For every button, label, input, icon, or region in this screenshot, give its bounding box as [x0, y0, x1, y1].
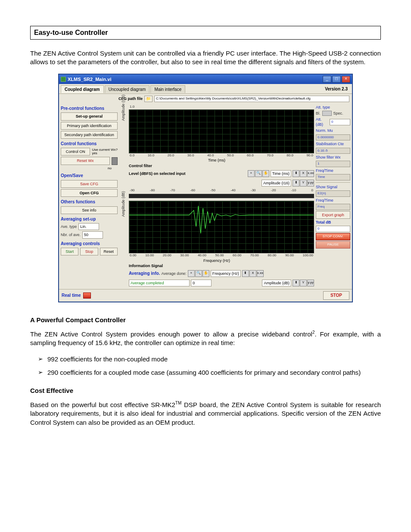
- chart1-title: Control filter: [129, 163, 314, 168]
- secondary-path-button[interactable]: Secondary path identification: [61, 131, 118, 139]
- left-panel: Pre-control functions Set-up general Pri…: [61, 105, 118, 287]
- save-cfg-button[interactable]: Save CFG: [61, 180, 118, 188]
- average-completed-field: Average completed: [129, 280, 190, 286]
- chart3-ylabel: Amplitude (dB): [121, 191, 126, 217]
- att-type-slider[interactable]: [322, 111, 332, 116]
- precontrol-heading: Pre-control functions: [61, 106, 118, 112]
- average-done-label: Average done:: [161, 271, 186, 276]
- chart-palette-1[interactable]: +🔍✋: [248, 170, 269, 177]
- close-button[interactable]: ×: [342, 76, 350, 83]
- trademark-tm: TM: [175, 401, 181, 405]
- stabilisation-value[interactable]: 0.1E-5: [316, 148, 350, 154]
- avg-start-button[interactable]: Start: [61, 248, 78, 255]
- chart1-ylabel: Amplitude (I16): [121, 94, 126, 121]
- section-heading-3: Cost Effective: [30, 386, 381, 395]
- window-controls: _ □ ×: [323, 76, 350, 83]
- app-icon: [61, 77, 66, 82]
- bl-label: Bl.: [316, 111, 321, 116]
- no-label: no: [61, 166, 118, 171]
- para-cost: Based on the powerful but cost effective…: [30, 400, 381, 427]
- wx-slider-icon[interactable]: [112, 157, 118, 165]
- tab-bar: Coupled diagram Uncoupled diagram Main i…: [59, 84, 352, 94]
- total-db-value: 0: [316, 226, 350, 232]
- app-window: XLMS_SR2_Main.vi _ □ × Coupled diagram U…: [59, 74, 352, 302]
- frequency-hz-field[interactable]: Frequency (Hz): [211, 270, 241, 277]
- signal-wave-icon: [129, 201, 314, 256]
- control-functions-heading: Control functions: [61, 141, 118, 147]
- tab-uncoupled[interactable]: Uncoupled diagram: [105, 85, 150, 93]
- averaging-controls-heading: Averaging controls: [61, 241, 118, 247]
- open-save-heading: Open/Save: [61, 173, 118, 179]
- open-cfg-button[interactable]: Open CFG: [61, 189, 118, 197]
- axis-buttons-time[interactable]: ⬍Xx.xx: [293, 170, 314, 177]
- averaging-setup-heading: Averaging set-up: [61, 216, 118, 222]
- stop-button[interactable]: STOP: [323, 291, 349, 300]
- list-item: 290 coefficients for a coupled mode case…: [38, 368, 381, 377]
- total-db-label: Total dB: [316, 220, 350, 225]
- version-label: Version 2.3: [325, 86, 348, 92]
- amplitude-i16-field[interactable]: Amplitude (I16): [262, 180, 291, 187]
- show-filter-label: Show filter Wx: [316, 155, 350, 160]
- att-db-label: Att. (dB): [316, 117, 328, 127]
- export-graph-button[interactable]: Export graph: [316, 211, 350, 219]
- list-item: 992 coefficients for the non-coupled mod…: [38, 355, 381, 364]
- norm-mu-label: Norm. Mu: [316, 128, 350, 133]
- realtime-label: Real time: [62, 292, 81, 299]
- cfg-path-field[interactable]: C:\Documents and Settings\Alex\My Docume…: [154, 96, 349, 102]
- chart2-title: Level (dBFS) on selected input: [129, 171, 246, 176]
- section-heading-1: Easy-to-use Controller: [30, 26, 381, 40]
- section-heading-2: A Powerful Compact Controller: [30, 316, 381, 324]
- realtime-led-icon: [83, 292, 91, 299]
- window-title: XLMS_SR2_Main.vi: [68, 76, 323, 83]
- chart3-xlabel: Frequency (Hz): [119, 258, 314, 263]
- pause-button[interactable]: PAUSE: [316, 241, 350, 249]
- tab-main-interface[interactable]: Main interface: [150, 85, 185, 93]
- info-signal-chart: Amplitude (dB): [129, 201, 314, 253]
- see-info-button[interactable]: See info: [61, 206, 118, 214]
- maximize-button[interactable]: □: [332, 76, 341, 83]
- tab-coupled[interactable]: Coupled diagram: [61, 85, 104, 93]
- stabilisation-label: Stabilisation Cte: [316, 141, 350, 146]
- axis-buttons-amp[interactable]: ⬍Yy.yy: [293, 180, 314, 187]
- coefficients-list: 992 coefficients for the non-coupled mod…: [30, 355, 381, 377]
- freqtime1-value[interactable]: Time: [316, 174, 350, 180]
- setup-general-button[interactable]: Set-up general: [61, 112, 118, 120]
- average-value-field: 0: [191, 280, 212, 286]
- ave-type-field[interactable]: Lin.: [78, 223, 99, 230]
- amplitude-db-field[interactable]: Amplitude (dB): [262, 280, 291, 286]
- realtime-bar: Real time STOP: [59, 289, 352, 302]
- para-controller: The ZEN Active Control System provides e…: [30, 330, 381, 348]
- primary-path-button[interactable]: Primary path identification: [61, 122, 118, 130]
- show-signal-label: Show Signal: [316, 184, 350, 190]
- chart3-title: Information Signal: [129, 263, 314, 268]
- freqtime1-label: Freq/Time: [316, 168, 350, 173]
- use-current-wx-label: Use current Wx? yes: [92, 148, 118, 156]
- minimize-button[interactable]: _: [323, 76, 331, 83]
- nbr-ave-label: Nbr. of ave.: [61, 232, 81, 237]
- time-ms-field[interactable]: Time (ms): [271, 170, 291, 177]
- control-on-button[interactable]: Control ON: [61, 148, 90, 156]
- chart1-xlabel: Time (ms): [119, 158, 314, 163]
- avg-stop-button[interactable]: Stop: [80, 248, 98, 255]
- nbr-ave-field[interactable]: 50: [82, 231, 103, 238]
- right-panel: Att. type Bl. Spec. Att. (dB)0 Norm. Mu …: [316, 105, 350, 287]
- show-signal-value[interactable]: E2(n): [316, 190, 350, 197]
- att-type-label: Att. type: [316, 105, 350, 110]
- averaging-info-label: Averaging info.: [129, 271, 160, 277]
- cfg-browse-icon[interactable]: 📁: [144, 96, 153, 102]
- stop-conv-button[interactable]: STOP CONV.: [316, 233, 350, 240]
- freqtime2-value[interactable]: Freq: [316, 204, 350, 210]
- chart-palette-2[interactable]: +🔍✋: [188, 270, 209, 277]
- others-heading: Others functions: [61, 199, 118, 205]
- avg-reset-button[interactable]: Reset: [100, 248, 118, 255]
- axis-buttons-ampdb[interactable]: ⬍Yy.yy: [293, 280, 314, 286]
- reset-wx-button[interactable]: Reset Wx: [61, 157, 110, 165]
- norm-mu-value[interactable]: 0.0000000: [316, 134, 350, 141]
- freqtime2-label: Freq/Time: [316, 198, 350, 203]
- att-db-value: 0: [330, 119, 350, 125]
- ave-type-label: Ave. type: [61, 224, 77, 229]
- show-filter-value[interactable]: 1: [316, 161, 350, 167]
- spec-label: Spec.: [333, 111, 343, 116]
- control-filter-chart: Amplitude (I16): [129, 109, 314, 153]
- axis-buttons-freq[interactable]: ⬍Xx.xx: [242, 270, 264, 277]
